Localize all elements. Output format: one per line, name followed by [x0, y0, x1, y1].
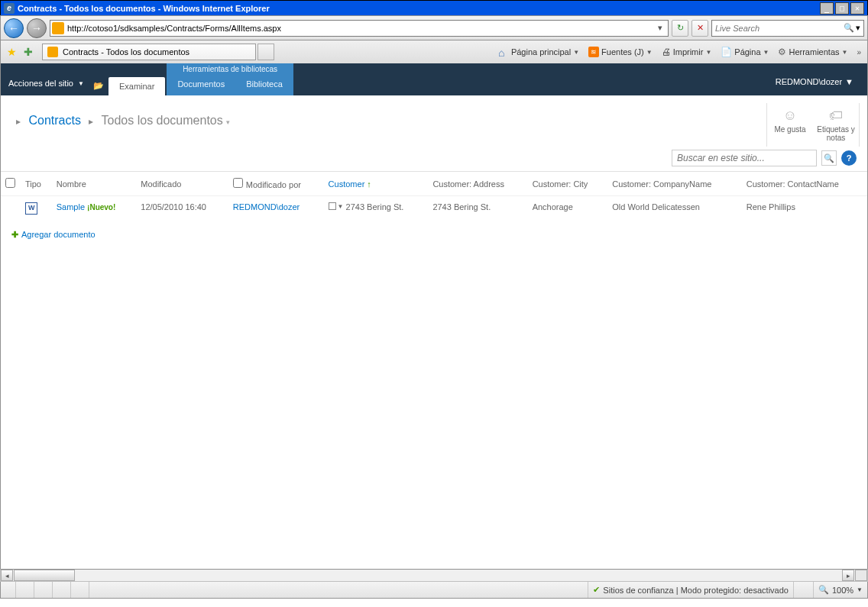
col-name[interactable]: Nombre — [52, 172, 137, 196]
chevron-down-icon: ▼ — [845, 77, 853, 86]
cell-customer: 2743 Bering St. — [346, 202, 404, 211]
tags-icon: 🏷 — [816, 108, 856, 124]
scroll-right-button[interactable]: ▸ — [842, 570, 854, 581]
nav-toolbar: ← → ▾ ↻ ✕ 🔍 ▾ — [0, 15, 868, 40]
tab-documents[interactable]: Documentos — [167, 75, 235, 93]
status-cell — [794, 582, 814, 598]
cmd-print-label: Imprimir — [673, 47, 704, 57]
navigate-up-icon[interactable]: 📂 — [92, 83, 105, 95]
tags-button[interactable]: 🏷 Etiquetas y notas — [813, 103, 859, 147]
cmd-print[interactable]: Imprimir ▼ — [659, 45, 715, 59]
address-dropdown[interactable]: ▾ — [654, 23, 666, 33]
cmd-tools-label: Herramientas — [789, 47, 839, 57]
horizontal-scrollbar[interactable]: ◂ ▸ — [0, 569, 868, 582]
user-menu[interactable]: REDMOND\dozer ▼ — [776, 77, 867, 95]
search-dropdown[interactable]: ▾ — [856, 23, 860, 33]
col-customer[interactable]: Customer ↑ — [324, 172, 429, 196]
page-icon — [721, 47, 732, 57]
window-titlebar: Contracts - Todos los documentos - Windo… — [0, 0, 868, 15]
site-actions-menu[interactable]: Acciones del sitio ▼ — [1, 79, 92, 95]
tab-browse[interactable]: Examinar — [108, 77, 165, 95]
col-city[interactable]: Customer: City — [528, 172, 608, 196]
sort-asc-icon: ↑ — [367, 179, 371, 189]
home-icon — [498, 47, 509, 57]
search-icon[interactable]: 🔍 — [844, 23, 856, 33]
chevron-down-icon: ▼ — [646, 49, 653, 56]
back-button[interactable]: ← — [4, 18, 24, 38]
cell-city: Anchorage — [528, 196, 608, 223]
scroll-thumb[interactable] — [14, 570, 75, 581]
site-search-button[interactable]: 🔍 — [821, 150, 837, 166]
forward-button[interactable]: → — [27, 18, 47, 38]
close-button[interactable]: ✕ — [850, 2, 864, 15]
scroll-left-button[interactable]: ◂ — [1, 570, 13, 581]
sharepoint-ribbon: Acciones del sitio ▼ 📂 Examinar Herramie… — [0, 63, 868, 95]
col-modified[interactable]: Modificado — [136, 172, 228, 196]
cell-contact: Rene Phillips — [742, 196, 867, 223]
like-icon: ☺ — [770, 108, 810, 124]
browser-search[interactable]: 🔍 ▾ — [711, 20, 864, 37]
site-search-input[interactable] — [672, 150, 817, 166]
status-cell — [71, 582, 89, 598]
status-cell — [1, 582, 16, 598]
col-modified-by[interactable]: Modificado por — [228, 172, 324, 196]
breadcrumb-view[interactable]: Todos los documentos ▾ — [102, 114, 231, 127]
col-company[interactable]: Customer: CompanyName — [607, 172, 742, 196]
add-document-link[interactable]: Agregar documento — [21, 230, 96, 239]
ribbon-context-label: Herramientas de bibliotecas — [167, 63, 293, 75]
table-row[interactable]: Sample ¡Nuevo! 12/05/2010 16:40 REDMOND\… — [1, 196, 867, 223]
chevron-down-icon: ▼ — [705, 49, 711, 56]
trusted-zone-icon: ✔ — [593, 585, 600, 595]
cell-modified-by[interactable]: REDMOND\dozer — [233, 202, 300, 211]
stop-button[interactable]: ✕ — [691, 20, 708, 37]
breadcrumb-list[interactable]: Contracts — [28, 114, 80, 127]
chevron-down-icon: ▼ — [78, 80, 84, 87]
user-name: REDMOND\dozer — [776, 77, 842, 86]
cell-address: 2743 Bering St. — [428, 196, 527, 223]
refresh-button[interactable]: ↻ — [672, 20, 688, 37]
tab-favicon — [47, 47, 58, 57]
new-tab-button[interactable] — [257, 44, 274, 60]
url-input[interactable] — [67, 21, 654, 35]
address-bar[interactable]: ▾ — [50, 20, 669, 37]
content-area: ▸ Contracts ▸ Todos los documentos ▾ ☺ M… — [0, 95, 868, 569]
cmd-feeds-label: Fuentes (J) — [601, 47, 644, 57]
zoom-value: 100% — [832, 586, 853, 595]
select-all-checkbox[interactable] — [5, 178, 15, 188]
security-zone[interactable]: ✔ Sitios de confianza | Modo protegido: … — [588, 582, 794, 598]
scroll-corner — [855, 570, 867, 581]
tab-title: Contracts - Todos los documentos — [63, 47, 189, 57]
cmd-home[interactable]: Página principal ▼ — [495, 45, 582, 59]
chevron-down-icon: ▼ — [857, 586, 863, 593]
doc-name-link[interactable]: Sample — [57, 202, 85, 211]
col-contact[interactable]: Customer: ContactName — [742, 172, 867, 196]
print-icon — [662, 47, 671, 57]
plus-icon: ✚ — [11, 230, 18, 239]
command-overflow[interactable]: » — [853, 48, 864, 57]
cmd-tools[interactable]: Herramientas ▼ — [775, 45, 850, 59]
related-item-picker[interactable]: ▼ — [329, 202, 344, 210]
col-address[interactable]: Customer: Address — [428, 172, 527, 196]
like-button[interactable]: ☺ Me gusta — [767, 103, 813, 147]
word-doc-icon — [25, 202, 37, 215]
cmd-feeds[interactable]: ≋ Fuentes (J) ▼ — [585, 45, 656, 59]
cell-company: Old World Delicatessen — [607, 196, 742, 223]
favorites-button[interactable]: ★ — [4, 44, 19, 60]
maximize-button[interactable]: □ — [835, 2, 849, 15]
tab-library[interactable]: Biblioteca — [235, 75, 293, 93]
ie-icon — [4, 3, 15, 14]
browser-search-input[interactable] — [715, 24, 844, 33]
help-button[interactable]: ? — [841, 150, 857, 166]
zoom-control[interactable]: 🔍 100% ▼ — [814, 585, 867, 595]
add-favorites-button[interactable]: ✚ — [21, 44, 36, 60]
cell-modified: 12/05/2010 16:40 — [136, 196, 228, 223]
chevron-down-icon: ▼ — [842, 49, 848, 56]
minimize-button[interactable]: _ — [820, 2, 834, 15]
site-favicon — [52, 22, 64, 34]
browser-tab[interactable]: Contracts - Todos los documentos — [42, 44, 256, 60]
command-bar: ★ ✚ Contracts - Todos los documentos Pág… — [0, 40, 868, 63]
filter-checkbox[interactable] — [233, 178, 243, 188]
status-cell — [34, 582, 53, 598]
col-type[interactable]: Tipo — [21, 172, 52, 196]
cmd-page[interactable]: Página ▼ — [717, 45, 772, 59]
